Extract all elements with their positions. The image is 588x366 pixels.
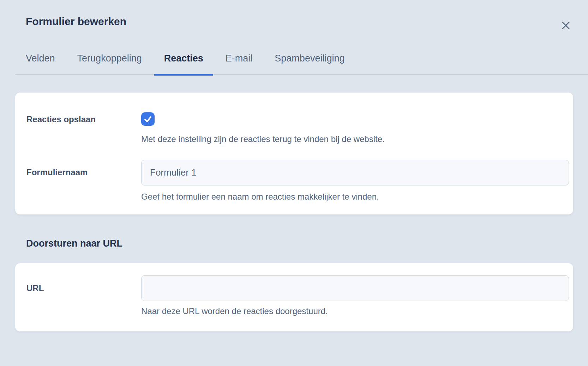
- tab-velden[interactable]: Velden: [16, 52, 65, 76]
- save-responses-checkbox[interactable]: [141, 112, 155, 126]
- close-button[interactable]: [559, 19, 572, 32]
- tab-reacties[interactable]: Reacties: [154, 52, 213, 76]
- page-title: Formulier bewerken: [26, 16, 126, 28]
- form-name-label: Formuliernaam: [26, 167, 88, 177]
- responses-card: Reacties opslaan Met deze instelling zij…: [15, 93, 573, 214]
- forward-section-heading: Doorsturen naar URL: [26, 238, 122, 249]
- tab-bar: Velden Terugkoppeling Reacties E-mail Sp…: [16, 52, 354, 76]
- url-label: URL: [26, 283, 44, 293]
- tab-terugkoppeling[interactable]: Terugkoppeling: [67, 52, 152, 76]
- tab-spambeveiliging[interactable]: Spambeveiliging: [265, 52, 354, 76]
- close-icon: [561, 21, 570, 30]
- url-help: Naar deze URL worden de reacties doorges…: [141, 306, 328, 316]
- form-name-help: Geef het formulier een naam om reacties …: [141, 192, 379, 202]
- save-responses-label: Reacties opslaan: [26, 114, 96, 124]
- form-name-input[interactable]: [141, 160, 569, 185]
- url-input[interactable]: [141, 275, 569, 301]
- form-edit-modal: { "colors": { "background": "#dee5ed", "…: [0, 0, 588, 366]
- tab-email[interactable]: E-mail: [216, 52, 263, 76]
- forward-url-card: URL Naar deze URL worden de reacties doo…: [15, 263, 573, 331]
- save-responses-help: Met deze instelling zijn de reacties ter…: [141, 134, 385, 144]
- checkmark-icon: [143, 114, 152, 124]
